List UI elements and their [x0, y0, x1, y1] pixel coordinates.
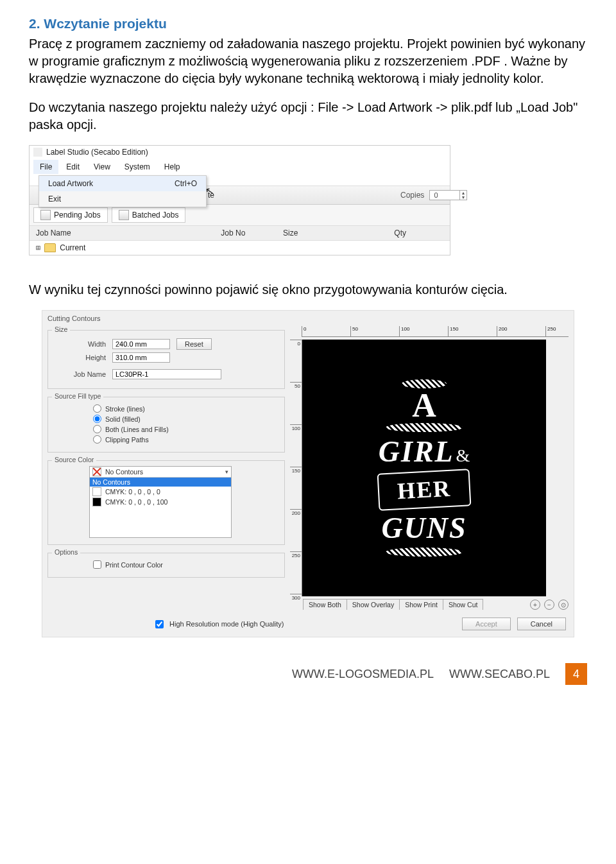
ruler-horizontal: 0 50 100 150 200 250 — [302, 326, 569, 337]
menu-item-label: Load Artwork — [48, 179, 93, 188]
screenshot-cutting-contours: Cutting Contours Size Width Reset Height — [42, 310, 574, 637]
check-label: High Resolution mode (High Quality) — [169, 620, 284, 628]
listbox-selected-header[interactable]: No Contours ▾ — [90, 467, 231, 478]
color-swatch-black — [92, 497, 101, 506]
height-label: Height — [55, 354, 106, 361]
tab-show-overlay[interactable]: Show Overlay — [346, 599, 400, 610]
art-line1: A — [412, 391, 436, 421]
zoom-fit-icon[interactable]: ⊙ — [558, 600, 569, 610]
radio-clipping[interactable]: Clipping Paths — [93, 435, 278, 444]
paragraph-2: Do wczytania naszego projektu należy uży… — [29, 99, 587, 134]
preview-tabs: Show Both Show Overlay Show Print Show C… — [303, 599, 569, 610]
copies-spinner[interactable]: 0 ▴▾ — [429, 190, 467, 200]
spinner-down-icon[interactable]: ▾ — [460, 195, 466, 200]
titlebar: Label Studio (Secabo Edition) — [30, 146, 450, 159]
paragraph-3: W wyniku tej czynności powinno pojawić s… — [29, 281, 587, 298]
paragraph-1: Pracę z programem zaczniemy od załadowan… — [29, 35, 587, 87]
tab-pending-jobs[interactable]: Pending Jobs — [33, 207, 108, 223]
menu-system[interactable]: System — [118, 160, 157, 174]
ruler-tick: 300 — [290, 594, 302, 601]
col-size: Size — [277, 226, 388, 240]
tabs-row: Pending Jobs Batched Jobs — [30, 205, 450, 226]
list-item-label: CMYK: 0 , 0 , 0 , 0 — [105, 488, 160, 496]
menu-item-exit[interactable]: Exit — [39, 191, 206, 207]
zoom-in-icon[interactable]: + — [530, 600, 540, 610]
ruler-tick: 100 — [399, 326, 409, 336]
group-size: Size Width Reset Height Job Name — [47, 330, 285, 389]
menu-file[interactable]: File — [33, 160, 58, 174]
menu-item-load-artwork[interactable]: Load Artwork Ctrl+O — [39, 176, 206, 191]
copies-label: Copies — [400, 191, 424, 200]
width-label: Width — [55, 340, 106, 348]
group-fill-type: Source Fill type Stroke (lines) Solid (f… — [47, 397, 285, 453]
group-options: Options Print Contour Color — [47, 553, 285, 578]
tab-label: Pending Jobs — [54, 211, 101, 220]
radio-both[interactable]: Both (Lines and Fills) — [93, 425, 278, 433]
ruler-tick: 150 — [448, 326, 458, 336]
check-print-contour[interactable]: Print Contour Color — [93, 560, 278, 569]
listbox-header-label: No Contours — [105, 468, 143, 476]
expand-icon[interactable]: ⊞ — [36, 243, 40, 252]
art-line2: GIRL — [379, 435, 454, 468]
radio-label: Solid (filled) — [105, 415, 141, 423]
footer-url-1: WWW.E-LOGOSMEDIA.PL — [292, 668, 434, 681]
window-title: Label Studio (Secabo Edition) — [46, 148, 148, 157]
tree-label: Current — [60, 243, 85, 252]
ruler-tick: 0 — [302, 326, 306, 336]
zoom-out-icon[interactable]: − — [544, 600, 554, 610]
ruler-tick: 50 — [350, 326, 358, 336]
art-line4: GUNS — [381, 511, 466, 545]
cancel-button[interactable]: Cancel — [517, 618, 566, 630]
menu-item-shortcut: Ctrl+O — [175, 179, 197, 188]
accept-button[interactable]: Accept — [462, 618, 511, 630]
menu-help[interactable]: Help — [158, 160, 187, 174]
ruler-tick: 150 — [290, 467, 302, 474]
ruler-tick: 250 — [545, 326, 556, 336]
group-label: Source Fill type — [52, 392, 103, 400]
col-qty: Qty — [388, 226, 450, 240]
reset-button[interactable]: Reset — [176, 338, 212, 350]
menu-view[interactable]: View — [87, 160, 117, 174]
page-footer: WWW.E-LOGOSMEDIA.PL WWW.SECABO.PL 4 — [29, 663, 587, 685]
screenshot-label-studio: Label Studio (Secabo Edition) File Edit … — [29, 145, 450, 255]
group-source-color: Source Color No Contours ▾ No Contours C… — [47, 460, 285, 545]
file-dropdown: Load Artwork Ctrl+O Exit ↖ — [38, 175, 207, 207]
no-contours-icon — [92, 467, 101, 476]
radio-label: Stroke (lines) — [105, 405, 145, 413]
radio-solid[interactable]: Solid (filled) — [93, 415, 278, 423]
tab-show-print[interactable]: Show Print — [399, 599, 443, 610]
job-name-input[interactable] — [112, 369, 221, 379]
tree-row-current[interactable]: ⊞ Current — [30, 241, 450, 255]
copies-group: Copies 0 ▴▾ — [400, 190, 467, 200]
menu-item-label: Exit — [48, 194, 61, 203]
color-listbox[interactable]: No Contours ▾ No Contours CMYK: 0 , 0 , … — [89, 466, 232, 538]
list-item[interactable]: CMYK: 0 , 0 , 0 , 0 — [90, 487, 231, 497]
width-input[interactable] — [112, 339, 170, 349]
radio-stroke[interactable]: Stroke (lines) — [93, 404, 278, 413]
art-line3: HER — [377, 469, 472, 511]
printer-icon — [119, 210, 129, 220]
ornament-icon — [386, 548, 463, 557]
dialog-footer: High Resolution mode (High Quality) Acce… — [47, 614, 569, 630]
group-label: Options — [52, 548, 80, 556]
tab-label: Batched Jobs — [132, 211, 179, 220]
copies-value: 0 — [430, 191, 459, 200]
list-item-selected[interactable]: No Contours — [90, 478, 231, 487]
list-item[interactable]: CMYK: 0 , 0 , 0 , 100 — [90, 497, 231, 507]
dialog-title: Cutting Contours — [47, 315, 569, 322]
tab-batched-jobs[interactable]: Batched Jobs — [112, 207, 186, 223]
tab-show-cut[interactable]: Show Cut — [443, 599, 484, 610]
artwork-preview: A GIRL & HER GUNS — [302, 340, 546, 596]
tab-show-both[interactable]: Show Both — [303, 599, 347, 610]
document-icon — [40, 210, 51, 220]
footer-url-2: WWW.SECABO.PL — [449, 668, 550, 681]
list-item-label: CMYK: 0 , 0 , 0 , 100 — [105, 498, 167, 506]
hires-check[interactable]: High Resolution mode (High Quality) — [153, 618, 284, 630]
columns-header: Job Name Job No Size Qty — [30, 226, 450, 241]
ruler-tick: 200 — [290, 509, 302, 516]
color-swatch-white — [92, 487, 101, 496]
radio-label: Clipping Paths — [105, 436, 149, 444]
height-input[interactable] — [112, 352, 170, 363]
section-heading: 2. Wczytanie projektu — [29, 16, 587, 31]
menu-edit[interactable]: Edit — [60, 160, 86, 174]
